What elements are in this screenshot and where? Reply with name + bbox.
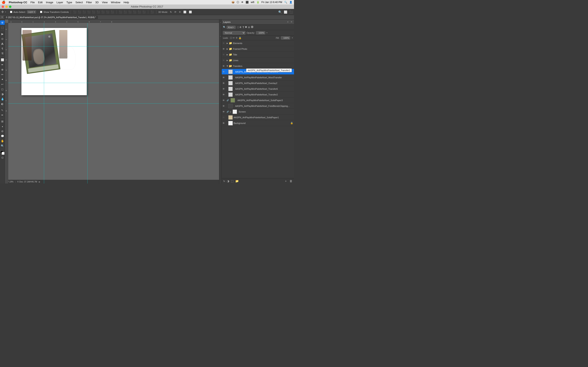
- eye-overlay2[interactable]: 👁: [223, 82, 226, 84]
- brush-tool[interactable]: ✏: [0, 72, 5, 77]
- menu-select[interactable]: Select: [74, 1, 84, 4]
- layer-row-elements[interactable]: 👁 ▶ 📁 Elements: [222, 40, 294, 46]
- add-adjustment-button[interactable]: ◑: [227, 179, 229, 183]
- eye-transfers[interactable]: 👁: [223, 65, 226, 67]
- arrow-framed-photo[interactable]: ▶: [227, 48, 228, 50]
- table-tool[interactable]: ⊞: [0, 119, 5, 124]
- menu-type[interactable]: Type: [65, 1, 74, 4]
- eye-elements[interactable]: 👁: [223, 42, 226, 44]
- lock-position-icon[interactable]: ✛: [236, 36, 238, 39]
- align-bottom-center[interactable]: ⬛: [105, 10, 110, 14]
- layer-row-title[interactable]: 👁 ▶ 📁 Title: [222, 52, 294, 58]
- status-arrow[interactable]: ▶: [39, 181, 40, 183]
- arrow-transfers[interactable]: ▶: [226, 65, 228, 67]
- layer-row-transfers[interactable]: 👁 ▶ 📂 Transfers: [222, 63, 294, 69]
- auto-align-button[interactable]: ⬛: [150, 10, 154, 14]
- add-mask-button[interactable]: ⬚: [231, 179, 233, 183]
- opacity-input[interactable]: [256, 31, 265, 34]
- history-brush[interactable]: ↩: [0, 82, 5, 86]
- align-top-right[interactable]: ⬛: [82, 10, 86, 14]
- new-group-button[interactable]: 📁: [235, 179, 239, 183]
- path-selection[interactable]: ↖: [0, 108, 5, 112]
- layer-row-transfer1[interactable]: 👁 AASPN_ArtPlayMiniPaletteNoel_Transfer1…: [222, 69, 294, 75]
- layer-row-lines[interactable]: 👁 ▶ 📁 Lines: [222, 58, 294, 63]
- blend-mode-select[interactable]: Normal: [223, 31, 245, 35]
- fill-arrow[interactable]: ▾: [292, 37, 293, 39]
- menu-view[interactable]: View: [100, 1, 109, 4]
- new-layer-button[interactable]: +: [285, 179, 287, 183]
- layer-row-background[interactable]: 👁 Background 🔒: [222, 120, 294, 126]
- eyedropper-tool[interactable]: ✒: [0, 62, 5, 67]
- align-bottom-right[interactable]: ⬛: [110, 10, 114, 14]
- paint-bucket[interactable]: ⬧: [0, 124, 5, 128]
- eye-lines[interactable]: 👁: [223, 59, 226, 62]
- close-button[interactable]: [2, 6, 4, 8]
- lock-all-icon[interactable]: 🔒: [238, 36, 242, 39]
- layer-dropdown[interactable]: Layer ▾: [27, 10, 36, 13]
- user-icon[interactable]: 👤: [289, 1, 292, 4]
- apple-menu[interactable]: 🍎: [2, 0, 6, 4]
- document-tab[interactable]: © 2017-01-13_MiniPaletteNoel.psd @ 37.2%…: [4, 16, 98, 19]
- 3d-rotate[interactable]: ↻: [169, 10, 173, 14]
- 3d-scale[interactable]: ⬜: [188, 10, 192, 14]
- layer-row-transfer2[interactable]: 👁 AASPN_ArtPlayMiniPaletteNoel_Transfer2: [222, 92, 294, 98]
- eye-transfer1[interactable]: 👁: [223, 71, 226, 73]
- eye-solidpaper1[interactable]: 👁: [223, 116, 226, 119]
- align-bottom-left[interactable]: ⬛: [101, 10, 105, 14]
- color-swatch[interactable]: [0, 151, 4, 155]
- search-button[interactable]: 🔍: [278, 10, 282, 14]
- eye-fotoblendz[interactable]: 👁: [223, 105, 226, 107]
- crop-tool[interactable]: ⬜: [0, 58, 5, 62]
- filter-toggle-dot[interactable]: [251, 26, 253, 28]
- transform-controls-checkbox[interactable]: [40, 11, 42, 13]
- tool-expand-icon[interactable]: ▾: [5, 11, 6, 13]
- distribute-4[interactable]: ⬛: [132, 10, 137, 14]
- move-tool-icon[interactable]: ✛: [1, 10, 4, 14]
- photoshop-menu[interactable]: Photoshop CC: [7, 1, 29, 4]
- shape-filter-icon[interactable]: ⬟: [245, 26, 247, 29]
- menu-filter[interactable]: Filter: [85, 1, 94, 4]
- collapse-icon-2[interactable]: «: [219, 36, 221, 37]
- dodge-tool[interactable]: ◐: [0, 101, 5, 106]
- distribute-2[interactable]: ⬛: [123, 10, 127, 14]
- adjustment-filter-icon[interactable]: ◐: [240, 26, 242, 29]
- distribute-6[interactable]: ⬛: [142, 10, 146, 14]
- pixel-filter-icon[interactable]: □: [237, 26, 239, 29]
- distribute-1[interactable]: ⬛: [118, 10, 123, 14]
- panel-close-icon[interactable]: ✕: [291, 21, 292, 23]
- gradient-tool[interactable]: ◑: [0, 92, 5, 96]
- search-icon[interactable]: 🔍: [284, 1, 287, 4]
- menu-3d[interactable]: 3D: [94, 1, 100, 4]
- spot-heal-tool[interactable]: ⊕: [0, 67, 5, 72]
- panel-options-icon[interactable]: ≡: [287, 21, 288, 23]
- eye-word-transfer[interactable]: 👁: [223, 76, 226, 79]
- text-filter-icon[interactable]: T: [242, 26, 244, 29]
- layer-row-screen[interactable]: 👁 🔗 ⬙ Screen: [222, 109, 294, 115]
- menu-image[interactable]: Image: [44, 1, 55, 4]
- blur-tool[interactable]: 💧: [0, 97, 5, 101]
- lock-transparent-icon[interactable]: ⬡: [230, 36, 232, 39]
- eye-solidpaper3[interactable]: 👁: [223, 99, 226, 101]
- camera-button[interactable]: ⊙: [1, 156, 4, 159]
- distribute-5[interactable]: ⬛: [137, 10, 141, 14]
- paragraph-tool[interactable]: ¶: [0, 46, 5, 51]
- eye-title[interactable]: 👁: [223, 53, 226, 56]
- layer-row-solidpaper1[interactable]: 👁 AASPN_ArtPlayMiniPaletteNoel_SolidPape…: [222, 115, 294, 120]
- align-middle-left[interactable]: ⬛: [87, 10, 91, 14]
- 3d-slide[interactable]: ⬜: [183, 10, 187, 14]
- menu-help[interactable]: Help: [122, 1, 131, 4]
- transform-tool[interactable]: ⊘: [0, 129, 5, 133]
- lock-pixels-icon[interactable]: ✏: [233, 36, 235, 39]
- note-tool[interactable]: 💬: [0, 134, 5, 138]
- more-options[interactable]: ⬛: [289, 10, 293, 14]
- 3d-roll[interactable]: ⟳: [174, 10, 177, 14]
- arrow-elements[interactable]: ▶: [227, 42, 228, 44]
- eraser-tool[interactable]: ◻: [0, 87, 5, 91]
- 3d-pan[interactable]: ✛: [178, 10, 182, 14]
- pen-tool[interactable]: ✒: [0, 113, 5, 117]
- opacity-arrow[interactable]: ▾: [267, 32, 268, 34]
- eye-transfer6[interactable]: 👁: [223, 88, 226, 90]
- layer-row-solidpaper3[interactable]: 👁 🔗 AASPN_ArtPlayMiniPaletteNoel_SolidPa…: [222, 98, 294, 103]
- smart-filter-icon[interactable]: ⊕: [248, 26, 250, 29]
- menu-window[interactable]: Window: [109, 1, 122, 4]
